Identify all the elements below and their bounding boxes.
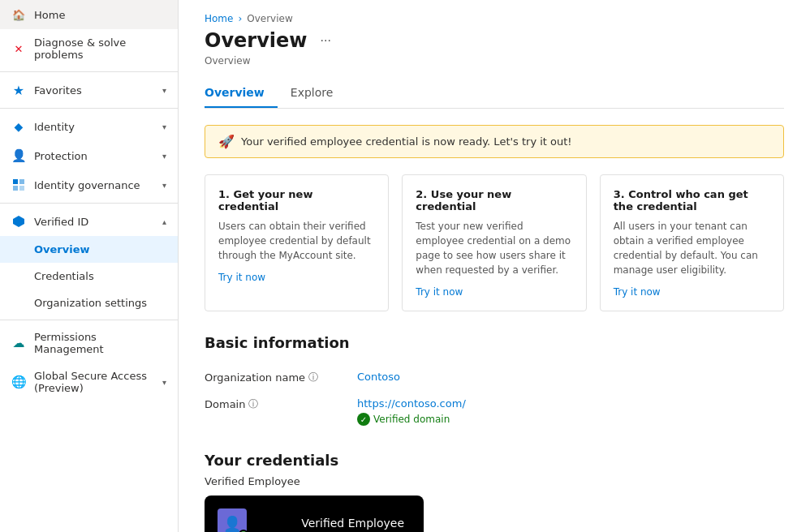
sidebar-divider [0,320,178,320]
sidebar-item-permissions[interactable]: ☁ Permissions Management [0,324,178,363]
permissions-icon: ☁ [11,336,26,350]
tab-explore[interactable]: Explore [291,79,347,108]
sidebar-item-label: Overview [34,243,166,255]
diagnose-icon: ✕ [11,41,26,56]
identity-icon: ◆ [11,119,26,134]
org-name-row: Organization name ⓘ Contoso [205,364,784,391]
chevron-down-icon: ▾ [162,152,166,161]
chevron-down-icon: ▾ [162,378,166,387]
page-header: Overview ··· [205,29,784,52]
step2-desc: Test your new verified employee credenti… [416,219,572,277]
step3-try-link[interactable]: Try it now [614,286,661,298]
domain-info-icon[interactable]: ⓘ [248,397,258,411]
step-card-3: 3. Control who can get the credential Al… [600,174,784,311]
sidebar-item-identity[interactable]: ◆ Identity ▾ [0,112,178,141]
step3-desc: All users in your tenant can obtain a ve… [614,219,770,277]
sidebar-item-home[interactable]: 🏠 Home [0,0,178,29]
rocket-icon: 🚀 [218,134,235,149]
sidebar-item-protection[interactable]: 👤 Protection ▾ [0,141,178,170]
avatar-icon: 👤 [223,515,241,532]
sidebar-divider [0,203,178,204]
svg-rect-2 [13,186,18,191]
favorites-icon: ★ [11,83,26,97]
sidebar-item-label: Organization settings [34,297,166,309]
step-card-1: 1. Get your new credential Users can obt… [205,174,389,311]
breadcrumb-home[interactable]: Home [205,13,233,24]
credential-card-inner: 👤 Verified Employee Contoso [205,496,424,532]
tabs: Overview Explore [205,79,784,109]
sidebar-item-favorites[interactable]: ★ Favorites ▾ [0,75,178,105]
verified-check-icon: ✓ [357,413,370,426]
alert-text: Your verified employee credential is now… [241,135,572,148]
sidebar-item-credentials[interactable]: Credentials [0,263,178,290]
home-icon: 🏠 [11,7,26,22]
sidebar-item-label: Identity governance [34,179,154,191]
credential-type-label: Verified Employee [205,475,784,487]
page-title: Overview [205,29,307,52]
verified-id-icon [11,214,26,229]
main-content: Home › Overview Overview ··· Overview Ov… [179,0,810,532]
credential-card-header: 👤 Verified Employee [218,508,411,532]
breadcrumb-separator: › [238,13,242,24]
step-cards: 1. Get your new credential Users can obt… [205,174,784,311]
org-name-info-icon[interactable]: ⓘ [308,371,318,384]
global-icon: 🌐 [11,375,26,389]
step1-desc: Users can obtain their verified employee… [218,219,375,263]
sidebar-item-label: Verified ID [34,216,154,228]
step2-try-link[interactable]: Try it now [416,286,463,298]
breadcrumb: Home › Overview [205,13,784,24]
domain-info: https://contoso.com/ ✓ Verified domain [357,397,466,426]
svg-marker-4 [13,216,24,227]
credentials-title: Your credentials [205,452,784,469]
chevron-down-icon: ▾ [162,86,166,95]
sidebar-divider [0,108,178,109]
org-name-value: Contoso [357,371,400,383]
protection-icon: 👤 [11,148,26,163]
identity-governance-icon [11,178,26,192]
domain-row: Domain ⓘ https://contoso.com/ ✓ Verified… [205,391,784,432]
sidebar-item-org-settings[interactable]: Organization settings [0,290,178,316]
credential-card: 👤 Verified Employee Contoso [205,496,424,532]
chevron-up-icon: ▴ [162,217,166,226]
sidebar-item-overview[interactable]: Overview [0,236,178,263]
chevron-down-icon: ▾ [162,181,166,190]
sidebar-item-label: Diagnose & solve problems [34,36,166,61]
sidebar-divider [0,71,178,72]
sidebar-item-diagnose[interactable]: ✕ Diagnose & solve problems [0,29,178,68]
sidebar-item-label: Home [34,9,166,21]
sidebar-item-verified-id[interactable]: Verified ID ▴ [0,207,178,236]
domain-url[interactable]: https://contoso.com/ [357,397,466,410]
sidebar-item-label: Identity [34,121,154,133]
step2-title: 2. Use your new credential [416,188,572,212]
sidebar-item-label: Global Secure Access (Preview) [34,370,154,394]
svg-rect-1 [19,179,24,184]
sidebar: 🏠 Home ✕ Diagnose & solve problems ★ Fav… [0,0,179,532]
svg-rect-0 [13,179,18,184]
credential-avatar: 👤 [218,508,247,532]
more-options-button[interactable]: ··· [315,32,335,49]
breadcrumb-current: Overview [247,13,293,24]
sidebar-item-identity-governance[interactable]: Identity governance ▾ [0,170,178,200]
tab-overview[interactable]: Overview [205,79,278,108]
step3-title: 3. Control who can get the credential [614,188,770,212]
step-card-2: 2. Use your new credential Test your new… [402,174,586,311]
step1-title: 1. Get your new credential [218,188,375,212]
info-table: Organization name ⓘ Contoso Domain ⓘ htt… [205,364,784,432]
basic-info-title: Basic information [205,334,784,351]
org-name-label: Organization name ⓘ [205,371,351,384]
sidebar-item-global-secure[interactable]: 🌐 Global Secure Access (Preview) ▾ [0,363,178,401]
sidebar-item-label: Favorites [34,84,154,97]
page-subtitle: Overview [205,55,784,66]
sidebar-item-label: Protection [34,150,154,162]
credential-card-name: Verified Employee [301,517,411,530]
chevron-down-icon: ▾ [162,122,166,131]
verified-badge: ✓ Verified domain [357,413,466,426]
domain-label: Domain ⓘ [205,397,351,411]
svg-rect-3 [19,186,24,191]
alert-banner: 🚀 Your verified employee credential is n… [205,125,784,158]
step1-try-link[interactable]: Try it now [218,272,265,283]
sidebar-item-label: Credentials [34,270,166,282]
sidebar-item-label: Permissions Management [34,331,166,355]
